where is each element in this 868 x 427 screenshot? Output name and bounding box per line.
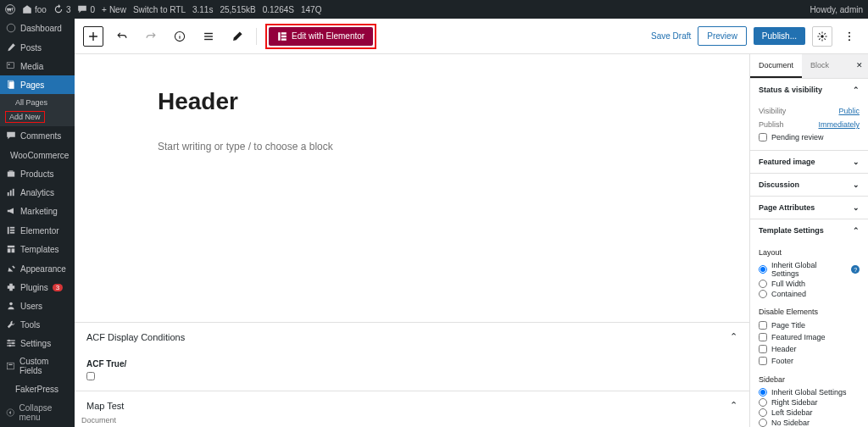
svg-rect-30 bbox=[204, 38, 213, 39]
switch-rtl[interactable]: Switch to RTL bbox=[133, 5, 186, 14]
menu-pages[interactable]: Pages bbox=[0, 75, 75, 94]
menu-settings[interactable]: Settings bbox=[0, 334, 75, 352]
pending-label: Pending review bbox=[771, 133, 824, 141]
panel-status[interactable]: Status & visibility⌃ bbox=[750, 79, 868, 101]
layout-opt: Full Width bbox=[771, 280, 805, 288]
settings-panel: Document Block ✕ Status & visibility⌃ Vi… bbox=[749, 54, 868, 427]
breadcrumb-document[interactable]: Document bbox=[75, 413, 123, 427]
sidebar-opt: Inherit Global Settings bbox=[771, 388, 847, 396]
publish-button[interactable]: Publish... bbox=[754, 27, 805, 45]
acf-true-checkbox[interactable] bbox=[86, 372, 95, 380]
elementor-highlight: Edit with Elementor bbox=[265, 24, 376, 49]
preview-button[interactable]: Preview bbox=[698, 26, 747, 46]
tab-document[interactable]: Document bbox=[750, 54, 802, 78]
menu-elementor[interactable]: Elementor bbox=[0, 221, 75, 240]
edit-with-elementor-button[interactable]: Edit with Elementor bbox=[269, 27, 373, 46]
svg-rect-32 bbox=[281, 32, 287, 34]
more-options-button[interactable] bbox=[839, 26, 860, 47]
redo-button[interactable] bbox=[141, 26, 161, 47]
svg-point-23 bbox=[9, 345, 11, 347]
updates[interactable]: 3 bbox=[53, 4, 71, 14]
menu-analytics[interactable]: Analytics bbox=[0, 183, 75, 202]
comments-count[interactable]: 0 bbox=[77, 4, 95, 14]
sidebar-inherit-radio[interactable] bbox=[759, 388, 767, 396]
info-button[interactable] bbox=[170, 26, 190, 47]
sidebar-opt: No Sidebar bbox=[771, 419, 810, 427]
new-content[interactable]: + New bbox=[102, 5, 126, 14]
outline-button[interactable] bbox=[198, 26, 219, 47]
menu-plugins[interactable]: Plugins3 bbox=[0, 278, 75, 297]
menu-fakerpress[interactable]: FakerPress bbox=[0, 380, 75, 398]
menu-posts[interactable]: Posts bbox=[0, 38, 75, 57]
chevron-up-icon: ⌃ bbox=[730, 400, 737, 411]
block-placeholder[interactable]: Start writing or type / to choose a bloc… bbox=[158, 141, 666, 152]
layout-inherit-radio[interactable] bbox=[759, 265, 767, 274]
wp-logo[interactable] bbox=[5, 4, 15, 14]
sidebar-right-radio[interactable] bbox=[759, 398, 767, 407]
sidebar-opt: Right Sidebar bbox=[771, 398, 818, 407]
menu-comments[interactable]: Comments bbox=[0, 126, 75, 145]
page-title-input[interactable]: Header bbox=[158, 88, 666, 115]
tab-block[interactable]: Block bbox=[802, 54, 837, 78]
layout-opt: Contained bbox=[771, 290, 806, 298]
disable-header-checkbox[interactable] bbox=[759, 345, 767, 353]
menu-woocommerce[interactable]: WooCommerce bbox=[0, 146, 75, 164]
settings-button[interactable] bbox=[812, 26, 832, 47]
disable-featured-checkbox[interactable] bbox=[759, 333, 767, 341]
save-draft-button[interactable]: Save Draft bbox=[651, 31, 691, 41]
svg-rect-10 bbox=[8, 227, 9, 234]
acf-section-conditions[interactable]: ACF Display Conditions⌃ bbox=[75, 323, 749, 351]
svg-rect-11 bbox=[10, 227, 14, 229]
svg-rect-28 bbox=[204, 32, 213, 33]
howdy-user[interactable]: Howdy, admin bbox=[810, 5, 863, 14]
collapse-menu[interactable]: Collapse menu bbox=[0, 398, 75, 427]
menu-tools[interactable]: Tools bbox=[0, 315, 75, 334]
admin-bar: foo 3 0 + New Switch to RTL 3.11s 25,515… bbox=[0, 0, 868, 19]
menu-dashboard[interactable]: Dashboard bbox=[0, 19, 75, 37]
stat-time: 3.11s bbox=[192, 5, 213, 14]
editor-canvas[interactable]: Header Start writing or type / to choose… bbox=[75, 54, 749, 427]
panel-page-attributes[interactable]: Page Attributes⌄ bbox=[750, 197, 868, 219]
chevron-down-icon: ⌄ bbox=[853, 180, 860, 189]
disable-footer-checkbox[interactable] bbox=[759, 357, 767, 365]
visibility-value[interactable]: Public bbox=[838, 107, 860, 115]
undo-button[interactable] bbox=[112, 26, 132, 47]
panel-template-settings[interactable]: Template Settings⌃ bbox=[750, 219, 868, 241]
svg-point-35 bbox=[821, 35, 824, 38]
help-icon[interactable]: ? bbox=[851, 265, 860, 274]
admin-sidebar: Dashboard Posts Media Pages All Pages Ad… bbox=[0, 19, 75, 427]
sidebar-none-radio[interactable] bbox=[759, 419, 767, 427]
menu-users[interactable]: Users bbox=[0, 297, 75, 315]
menu-media[interactable]: Media bbox=[0, 57, 75, 75]
menu-appearance[interactable]: Appearance bbox=[0, 259, 75, 278]
pending-review-checkbox[interactable] bbox=[759, 133, 767, 141]
svg-rect-31 bbox=[278, 32, 280, 41]
layout-contained-radio[interactable] bbox=[759, 290, 767, 298]
menu-products[interactable]: Products bbox=[0, 164, 75, 183]
disable-title-checkbox[interactable] bbox=[759, 321, 767, 330]
svg-rect-9 bbox=[13, 189, 14, 196]
publish-value[interactable]: Immediately bbox=[818, 120, 860, 129]
close-panel-button[interactable]: ✕ bbox=[851, 54, 868, 78]
svg-rect-14 bbox=[8, 246, 14, 247]
svg-point-3 bbox=[8, 64, 10, 65]
submenu-all-pages[interactable]: All Pages bbox=[0, 96, 75, 109]
plugins-badge: 3 bbox=[53, 284, 63, 291]
site-name[interactable]: foo bbox=[22, 4, 47, 14]
disable-opt: Footer bbox=[771, 357, 793, 365]
menu-custom-fields[interactable]: Custom Fields bbox=[0, 352, 75, 380]
acf-section-map[interactable]: Map Test⌃ bbox=[75, 391, 749, 419]
layout-full-radio[interactable] bbox=[759, 280, 767, 288]
submenu-add-new[interactable]: Add New bbox=[5, 111, 45, 123]
edit-button[interactable] bbox=[227, 26, 248, 47]
chevron-up-icon: ⌃ bbox=[853, 86, 860, 94]
sidebar-left-radio[interactable] bbox=[759, 408, 767, 417]
menu-templates[interactable]: Templates bbox=[0, 240, 75, 258]
panel-discussion[interactable]: Discussion⌄ bbox=[750, 174, 868, 196]
svg-rect-13 bbox=[10, 232, 14, 234]
sidebar-opt: Left Sidebar bbox=[771, 408, 813, 417]
add-block-button[interactable] bbox=[83, 26, 103, 47]
menu-marketing[interactable]: Marketing bbox=[0, 202, 75, 220]
panel-featured-image[interactable]: Featured image⌄ bbox=[750, 151, 868, 173]
submenu-pages: All Pages Add New bbox=[0, 94, 75, 126]
